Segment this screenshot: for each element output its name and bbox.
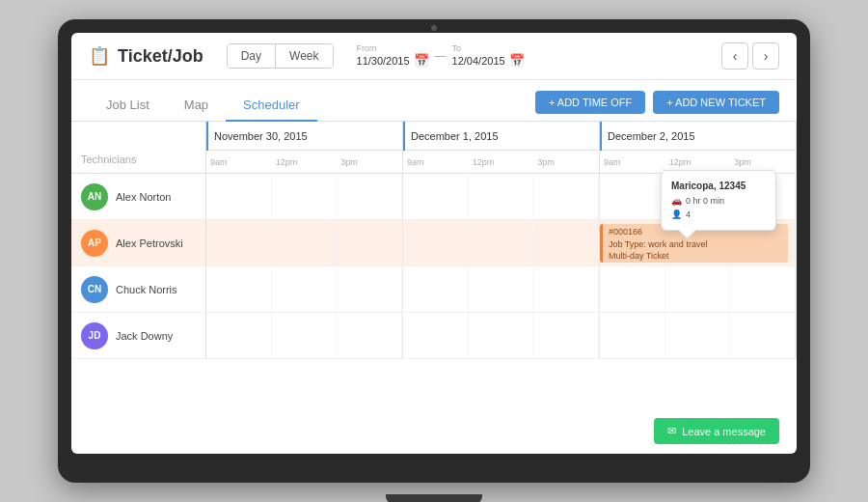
days-area: November 30, 2015 December 1, 2015 Decem… xyxy=(206,122,797,359)
tooltip-location: Maricopa, 12345 xyxy=(671,179,766,194)
to-label: To xyxy=(452,43,525,53)
day-cell xyxy=(403,174,600,219)
tabs-actions: + ADD TIME OFF + ADD NEW TICKET xyxy=(535,91,779,114)
from-label: From xyxy=(357,43,429,53)
day-cell xyxy=(206,266,403,312)
tooltip-count: 4 xyxy=(686,208,691,221)
technician-name: Chuck Norris xyxy=(116,284,177,295)
day-header-dec1: December 1, 2015 xyxy=(403,122,600,150)
person-icon: 👤 xyxy=(671,208,682,221)
technician-name: Alex Petrovski xyxy=(116,237,183,249)
ticket-job-type: Job Type: work and travel xyxy=(609,238,782,251)
week-button[interactable]: Week xyxy=(275,44,332,68)
to-date-group: To 12/04/2015 📅 xyxy=(452,43,525,69)
tabs-row: Job List Map Scheduler + ADD TIME OFF + … xyxy=(71,80,797,122)
day-header-dec2: December 2, 2015 xyxy=(600,122,797,150)
day-cell xyxy=(600,266,797,312)
to-date-value: 12/04/2015 xyxy=(452,55,505,67)
time-9am-day2: 9am xyxy=(403,151,469,173)
from-date-value: 11/30/2015 xyxy=(357,55,410,67)
add-time-off-button[interactable]: + ADD TIME OFF xyxy=(535,91,645,114)
day-week-toggle: Day Week xyxy=(227,43,334,69)
day-header-nov30: November 30, 2015 xyxy=(206,122,403,150)
day-cell xyxy=(206,220,403,265)
day-cell xyxy=(403,266,600,312)
table-row: AN Alex Norton xyxy=(71,174,205,220)
technician-name: Alex Norton xyxy=(116,191,171,203)
day-cell xyxy=(206,174,403,219)
avatar: JD xyxy=(81,322,108,349)
to-calendar-icon[interactable]: 📅 xyxy=(509,53,525,69)
time-9am-day1: 9am xyxy=(206,151,272,173)
app-header: 📋 Ticket/Job Day Week From 11/30/2015 📅 … xyxy=(71,33,797,80)
tab-scheduler[interactable]: Scheduler xyxy=(226,90,317,122)
date-separator: — xyxy=(435,49,447,63)
tooltip-time: 0 hr 0 min xyxy=(686,194,724,208)
days-header-row: November 30, 2015 December 1, 2015 Decem… xyxy=(206,122,797,151)
time-12pm-day1: 12pm xyxy=(272,151,338,173)
time-9am-day3: 9am xyxy=(600,151,665,173)
car-icon: 🚗 xyxy=(671,194,682,208)
time-group-day2: 9am 12pm 3pm xyxy=(403,151,600,173)
scheduler-container: Technicians AN Alex Norton AP Alex Petro… xyxy=(71,122,797,359)
table-row: CN Chuck Norris xyxy=(71,266,205,313)
from-calendar-icon[interactable]: 📅 xyxy=(414,53,429,69)
ticket-tooltip: Maricopa, 12345 🚗 0 hr 0 min 👤 4 xyxy=(661,170,776,231)
time-12pm-day2: 12pm xyxy=(469,151,534,173)
avatar: CN xyxy=(81,276,108,303)
table-row: AP Alex Petrovski xyxy=(71,220,205,266)
laptop-base xyxy=(386,494,482,502)
scheduler-grid: Technicians AN Alex Norton AP Alex Petro… xyxy=(71,122,797,359)
day-cell xyxy=(206,313,403,358)
tab-job-list[interactable]: Job List xyxy=(89,90,167,122)
day-cell: #000166 Job Type: work and travel Multi-… xyxy=(600,220,797,265)
table-row xyxy=(206,313,797,359)
tech-column: Technicians AN Alex Norton AP Alex Petro… xyxy=(71,122,206,359)
prev-button[interactable]: ‹ xyxy=(721,42,748,70)
add-new-ticket-button[interactable]: + ADD NEW TICKET xyxy=(653,91,779,114)
data-rows: #000166 Job Type: work and travel Multi-… xyxy=(206,174,797,359)
time-group-day1: 9am 12pm 3pm xyxy=(206,151,403,173)
app-title: 📋 Ticket/Job xyxy=(89,45,203,67)
nav-arrows: ‹ › xyxy=(721,42,779,70)
tab-map[interactable]: Map xyxy=(167,90,226,122)
from-date-group: From 11/30/2015 📅 xyxy=(357,43,429,69)
next-button[interactable]: › xyxy=(752,42,779,70)
tech-column-header: Technicians xyxy=(71,122,205,174)
day-cell xyxy=(600,313,797,358)
table-row: JD Jack Downy xyxy=(71,313,205,359)
clipboard-icon: 📋 xyxy=(89,45,110,67)
table-row: #000166 Job Type: work and travel Multi-… xyxy=(206,220,797,266)
avatar: AP xyxy=(81,230,108,257)
ticket-label: Multi-day Ticket xyxy=(609,250,782,263)
time-3pm-day1: 3pm xyxy=(337,151,402,173)
date-range: From 11/30/2015 📅 — To 12/04/2015 📅 xyxy=(357,43,525,69)
day-button[interactable]: Day xyxy=(228,44,275,68)
table-row xyxy=(206,266,797,313)
technician-name: Jack Downy xyxy=(116,330,173,342)
avatar: AN xyxy=(81,183,108,210)
day-cell xyxy=(403,313,600,358)
time-3pm-day2: 3pm xyxy=(533,151,599,173)
day-cell xyxy=(403,220,600,265)
